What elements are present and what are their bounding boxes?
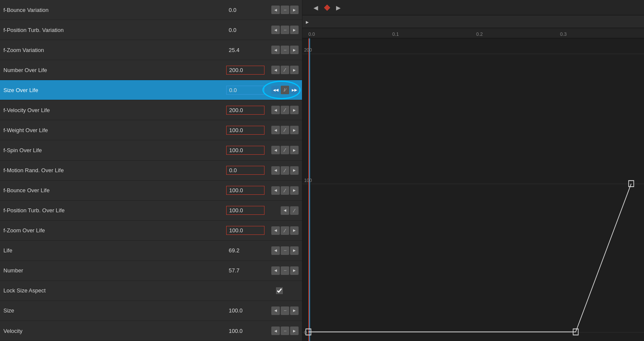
clip-expand-icon[interactable] [306, 19, 309, 25]
param-row-f-zoom-over-life[interactable]: f-Zoom Over Life100.0 [0, 221, 302, 241]
dots-btn-size[interactable] [281, 306, 289, 315]
right-arrow-btn-f-pos-turb-var[interactable] [290, 26, 299, 34]
dots-btn-velocity[interactable] [281, 327, 289, 335]
param-value-f-zoom-over-life[interactable]: 100.0 [226, 226, 264, 235]
right-arrow-btn-f-zoom-over-life[interactable] [290, 226, 299, 235]
edit-btn-f-weight-over-life[interactable] [281, 126, 289, 134]
param-row-f-bounce-over-life[interactable]: f-Bounce Over Life100.0 [0, 181, 302, 201]
param-row-f-spin-over-life[interactable]: f-Spin Over Life100.0 [0, 140, 302, 160]
left-arrow-btn-life[interactable] [271, 246, 280, 255]
controls-size [264, 306, 299, 315]
param-label-velocity: Velocity [3, 328, 226, 334]
param-label-f-velocity-over-life: f-Velocity Over Life [3, 107, 226, 113]
right-arrow-btn-number[interactable] [290, 266, 299, 275]
dots-btn-f-bounce-var[interactable] [281, 6, 289, 14]
left-arrow-btn-f-motion-rand-over-life[interactable] [271, 166, 280, 175]
graph-canvas: 200 100 0 [302, 38, 644, 341]
controls-f-spin-over-life [264, 146, 299, 154]
param-value-size[interactable]: 100.0 [226, 306, 264, 315]
param-value-f-velocity-over-life[interactable]: 200.0 [226, 106, 264, 115]
param-value-f-spin-over-life[interactable]: 100.0 [226, 146, 264, 155]
param-value-f-pos-turb-var[interactable]: 0.0 [226, 26, 264, 34]
edit-btn-f-bounce-over-life[interactable] [281, 186, 289, 195]
param-label-life: Life [3, 247, 226, 254]
right-arrow-btn-life[interactable] [290, 246, 299, 255]
left-arrow-btn-f-pos-turb-over-life[interactable] [281, 206, 289, 215]
param-row-number[interactable]: Number57.7 [0, 261, 302, 281]
prev-key-arrow[interactable]: ◀ [312, 3, 320, 12]
dots-btn-number[interactable] [281, 266, 289, 275]
left-arrow-btn-number-over-life[interactable] [271, 66, 280, 74]
left-panel: f-Bounce Variation0.0f-Position Turb. Va… [0, 0, 302, 341]
param-row-number-over-life[interactable]: Number Over Life200.0 [0, 60, 302, 80]
edit-btn-f-pos-turb-over-life[interactable] [290, 206, 299, 215]
right-arrow-btn-f-bounce-over-life[interactable] [290, 186, 299, 195]
dots-btn-life[interactable] [281, 246, 289, 255]
left-arrow-btn-size-over-life[interactable]: ◀ [271, 86, 280, 94]
edit-btn-f-motion-rand-over-life[interactable] [281, 166, 289, 175]
param-row-f-zoom-var[interactable]: f-Zoom Variation25.4 [0, 40, 302, 60]
param-row-velocity[interactable]: Velocity100.0 [0, 321, 302, 341]
param-row-f-bounce-var[interactable]: f-Bounce Variation0.0 [0, 0, 302, 20]
next-key-arrow[interactable]: ▶ [334, 3, 342, 12]
controls-f-zoom-over-life [264, 226, 299, 235]
param-row-f-pos-turb-over-life[interactable]: f-Position Turb. Over Life100.0 [0, 201, 302, 221]
param-value-velocity[interactable]: 100.0 [226, 327, 264, 335]
right-arrow-btn-size-over-life[interactable]: ▶ [290, 86, 299, 94]
param-value-f-zoom-var[interactable]: 25.4 [226, 46, 264, 54]
dots-btn-f-zoom-var[interactable] [281, 46, 289, 54]
dots-btn-f-pos-turb-var[interactable] [281, 26, 289, 34]
right-arrow-btn-f-motion-rand-over-life[interactable] [290, 166, 299, 175]
edit-btn-size-over-life[interactable]: / [281, 86, 289, 94]
right-arrow-btn-velocity[interactable] [290, 327, 299, 335]
edit-btn-f-spin-over-life[interactable] [281, 146, 289, 154]
left-arrow-btn-f-bounce-over-life[interactable] [271, 186, 280, 195]
param-label-size: Size [3, 307, 226, 314]
left-arrow-btn-velocity[interactable] [271, 327, 280, 335]
right-arrow-btn-f-bounce-var[interactable] [290, 6, 299, 14]
param-row-f-velocity-over-life[interactable]: f-Velocity Over Life200.0 [0, 100, 302, 120]
left-arrow-btn-f-spin-over-life[interactable] [271, 146, 280, 154]
edit-btn-f-zoom-over-life[interactable] [281, 226, 289, 235]
clip-bar [302, 15, 644, 28]
left-arrow-btn-f-zoom-over-life[interactable] [271, 226, 280, 235]
param-row-f-weight-over-life[interactable]: f-Weight Over Life100.0 [0, 120, 302, 140]
left-arrow-btn-size[interactable] [271, 306, 280, 315]
left-arrow-btn-number[interactable] [271, 266, 280, 275]
param-value-life[interactable]: 69.2 [226, 246, 264, 254]
right-arrow-btn-size[interactable] [290, 306, 299, 315]
param-value-size-over-life[interactable]: 0.0 [226, 86, 264, 95]
param-row-size[interactable]: Size100.0 [0, 301, 302, 321]
param-value-f-pos-turb-over-life[interactable]: 100.0 [226, 206, 264, 215]
param-value-f-bounce-over-life[interactable]: 100.0 [226, 186, 264, 195]
left-arrow-btn-f-bounce-var[interactable] [271, 6, 280, 14]
param-value-number-over-life[interactable]: 200.0 [226, 66, 264, 75]
right-arrow-btn-f-zoom-var[interactable] [290, 46, 299, 54]
param-row-f-motion-rand-over-life[interactable]: f-Motion Rand. Over Life0.0 [0, 161, 302, 181]
param-label-lock-size-aspect: Lock Size Aspect [3, 287, 260, 294]
edit-btn-f-velocity-over-life[interactable] [281, 106, 289, 114]
checkbox-wrap-lock-size-aspect[interactable] [260, 287, 299, 294]
param-value-number[interactable]: 57.7 [226, 266, 264, 275]
checkbox-lock-size-aspect[interactable] [276, 287, 283, 294]
param-value-f-weight-over-life[interactable]: 100.0 [226, 126, 264, 135]
right-arrow-btn-f-spin-over-life[interactable] [290, 146, 299, 154]
right-arrow-btn-f-velocity-over-life[interactable] [290, 106, 299, 114]
param-label-f-bounce-var: f-Bounce Variation [3, 7, 226, 13]
param-row-size-over-life[interactable]: Size Over Life0.0◀/▶ [0, 80, 302, 100]
left-arrow-btn-f-zoom-var[interactable] [271, 46, 280, 54]
param-value-f-bounce-var[interactable]: 0.0 [226, 6, 264, 14]
left-arrow-btn-f-pos-turb-var[interactable] [271, 26, 280, 34]
param-row-f-pos-turb-var[interactable]: f-Position Turb. Variation0.0 [0, 20, 302, 40]
right-arrow-btn-f-weight-over-life[interactable] [290, 126, 299, 134]
param-row-lock-size-aspect[interactable]: Lock Size Aspect [0, 281, 302, 301]
param-value-f-motion-rand-over-life[interactable]: 0.0 [226, 166, 264, 175]
edit-btn-number-over-life[interactable] [281, 66, 289, 74]
right-arrow-btn-number-over-life[interactable] [290, 66, 299, 74]
selected-controls-size-over-life: ◀/▶ [264, 86, 299, 94]
controls-f-weight-over-life [264, 126, 299, 134]
left-arrow-btn-f-weight-over-life[interactable] [271, 126, 280, 134]
right-panel: ◀ ▶ 0.00.10.20.3 200 100 0 [302, 0, 644, 341]
param-row-life[interactable]: Life69.2 [0, 241, 302, 261]
left-arrow-btn-f-velocity-over-life[interactable] [271, 106, 280, 114]
